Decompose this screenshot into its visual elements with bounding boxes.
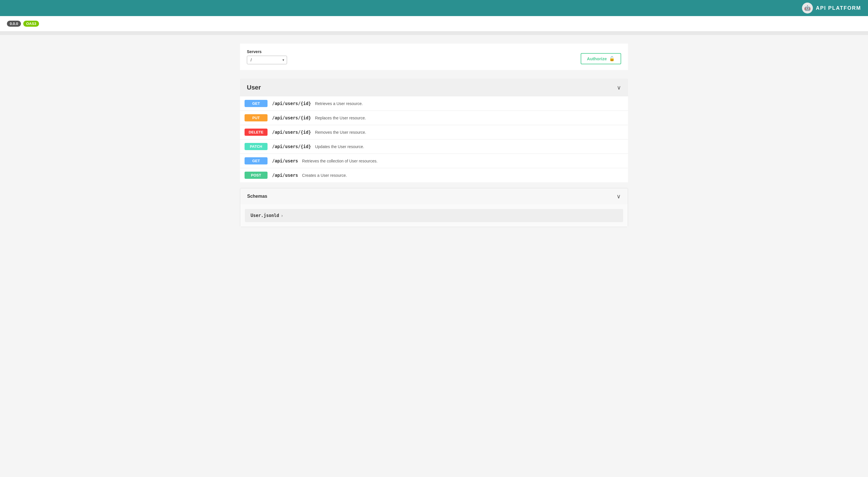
method-badge: PATCH bbox=[245, 143, 268, 150]
endpoint-item[interactable]: PUT /api/users/{id} Replaces the User re… bbox=[240, 111, 628, 125]
servers-select[interactable]: / bbox=[247, 56, 287, 64]
schemas-section: Schemas ∨ User.jsonld › bbox=[240, 188, 628, 227]
schemas-section-header[interactable]: Schemas ∨ bbox=[240, 188, 628, 204]
lock-icon: 🔓 bbox=[609, 56, 615, 61]
endpoint-item[interactable]: PATCH /api/users/{id} Updates the User r… bbox=[240, 139, 628, 154]
endpoint-path: /api/users bbox=[272, 173, 298, 178]
app-title: API PLATFORM bbox=[816, 5, 861, 11]
endpoint-description: Replaces the User resource. bbox=[315, 116, 366, 120]
schema-name: User.jsonld bbox=[251, 213, 279, 218]
endpoint-description: Retrieves a User resource. bbox=[315, 101, 363, 106]
expand-icon: › bbox=[281, 213, 283, 218]
method-badge: POST bbox=[245, 171, 268, 179]
servers-control: Servers / ▾ bbox=[247, 50, 287, 64]
authorize-button[interactable]: Authorize 🔓 bbox=[581, 53, 621, 64]
endpoint-path: /api/users/{id} bbox=[272, 130, 311, 135]
endpoint-path: /api/users/{id} bbox=[272, 101, 311, 106]
user-section: User ∨ GET /api/users/{id} Retrieves a U… bbox=[240, 78, 628, 182]
method-badge: GET bbox=[245, 100, 268, 107]
chevron-down-icon: ∨ bbox=[617, 84, 621, 91]
user-section-header[interactable]: User ∨ bbox=[240, 78, 628, 96]
method-badge: PUT bbox=[245, 114, 268, 121]
robot-icon: 🤖 bbox=[804, 5, 811, 11]
schemas-body: User.jsonld › bbox=[240, 204, 628, 227]
app-header: 🤖 API PLATFORM bbox=[0, 0, 868, 16]
method-badge: GET bbox=[245, 157, 268, 164]
user-section-title: User bbox=[247, 84, 261, 91]
servers-label: Servers bbox=[247, 50, 287, 54]
brand: 🤖 API PLATFORM bbox=[802, 3, 861, 13]
endpoint-path: /api/users/{id} bbox=[272, 144, 311, 149]
servers-select-wrapper: / ▾ bbox=[247, 56, 287, 64]
endpoint-item[interactable]: POST /api/users Creates a User resource. bbox=[240, 168, 628, 182]
endpoint-description: Removes the User resource. bbox=[315, 130, 366, 135]
endpoint-description: Retrieves the collection of User resourc… bbox=[302, 159, 377, 163]
method-badge: DELETE bbox=[245, 129, 268, 136]
endpoint-item[interactable]: GET /api/users Retrieves the collection … bbox=[240, 154, 628, 168]
badges-bar: 0.0.0 OAS3 bbox=[0, 16, 868, 32]
main-content: Servers / ▾ Authorize 🔓 User ∨ GET /api/… bbox=[233, 35, 635, 242]
authorize-label: Authorize bbox=[587, 56, 607, 61]
servers-row: Servers / ▾ Authorize 🔓 bbox=[240, 44, 628, 70]
spec-badge: OAS3 bbox=[23, 21, 39, 27]
schemas-title: Schemas bbox=[247, 194, 267, 199]
endpoint-path: /api/users/{id} bbox=[272, 115, 311, 121]
endpoint-description: Creates a User resource. bbox=[302, 173, 347, 178]
schemas-chevron-icon: ∨ bbox=[617, 193, 621, 200]
endpoint-item[interactable]: GET /api/users/{id} Retrieves a User res… bbox=[240, 96, 628, 111]
version-badge: 0.0.0 bbox=[7, 21, 21, 27]
endpoint-item[interactable]: DELETE /api/users/{id} Removes the User … bbox=[240, 125, 628, 139]
endpoint-description: Updates the User resource. bbox=[315, 145, 364, 149]
endpoints-list: GET /api/users/{id} Retrieves a User res… bbox=[240, 96, 628, 182]
schema-item[interactable]: User.jsonld › bbox=[245, 209, 623, 222]
brand-logo: 🤖 bbox=[802, 3, 813, 13]
divider bbox=[0, 32, 868, 35]
endpoint-path: /api/users bbox=[272, 158, 298, 164]
